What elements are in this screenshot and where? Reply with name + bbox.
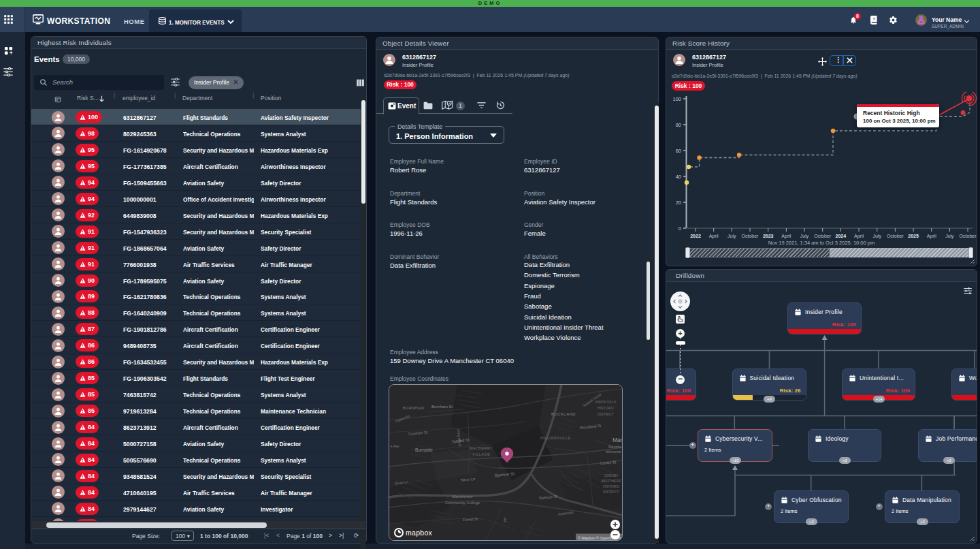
svg-text:60: 60 xyxy=(676,148,681,154)
svg-text:HILLIARDVILLE: HILLIARDVILLE xyxy=(540,436,571,440)
svg-text:October: October xyxy=(742,234,760,238)
svg-text:Forest St: Forest St xyxy=(463,517,478,522)
svg-text:CHENEY: CHENEY xyxy=(604,473,619,477)
svg-text:0: 0 xyxy=(679,225,681,232)
svg-text:July: July xyxy=(800,234,809,239)
svg-text:BROTHERS: BROTHERS xyxy=(602,479,621,483)
svg-text:Rd: Rd xyxy=(503,518,508,522)
svg-text:80: 80 xyxy=(676,122,681,128)
svg-text:July: July xyxy=(945,234,954,239)
svg-text:MAYBERRY: MAYBERRY xyxy=(470,446,493,450)
svg-text:20: 20 xyxy=(676,200,681,206)
svg-text:40: 40 xyxy=(676,174,681,180)
svg-text:April: April xyxy=(854,234,864,239)
svg-text:2025: 2025 xyxy=(908,234,919,238)
svg-text:HISTORIC: HISTORIC xyxy=(603,484,620,488)
svg-text:BUCKLAND: BUCKLAND xyxy=(551,412,576,416)
svg-text:April: April xyxy=(781,234,791,239)
svg-text:Community College: Community College xyxy=(445,501,480,505)
svg-text:July: July xyxy=(872,234,881,239)
svg-text:Memorial H: Memorial H xyxy=(606,450,623,454)
svg-text:Burnside: Burnside xyxy=(415,448,433,452)
svg-text:k Ave: k Ave xyxy=(391,444,399,448)
svg-text:VILLAGE: VILLAGE xyxy=(472,452,490,456)
svg-text:2023: 2023 xyxy=(763,234,774,238)
svg-text:April: April xyxy=(927,234,936,239)
svg-text:mapbox: mapbox xyxy=(406,529,433,537)
svg-text:October: October xyxy=(960,234,977,238)
svg-text:100: 100 xyxy=(672,96,681,102)
svg-text:April: April xyxy=(709,234,719,239)
svg-text:October: October xyxy=(814,234,832,238)
svg-text:BURNHAM: BURNHAM xyxy=(403,406,424,410)
svg-text:July: July xyxy=(728,234,736,239)
svg-text:Burnham St: Burnham St xyxy=(431,405,453,409)
svg-text:UNION VILLA: UNION VILLA xyxy=(595,400,617,404)
svg-text:October: October xyxy=(887,234,904,238)
svg-text:DISTRICT: DISTRICT xyxy=(603,490,619,494)
svg-text:HISTORIC: HISTORIC xyxy=(598,406,615,410)
svg-text:2024: 2024 xyxy=(836,234,847,238)
svg-text:2022: 2022 xyxy=(690,234,701,238)
svg-text:Manchester: Manchester xyxy=(452,495,473,499)
svg-text:?: ? xyxy=(872,17,875,21)
svg-text:Manc: Manc xyxy=(612,437,623,443)
svg-text:DISTRICT: DISTRICT xyxy=(598,412,614,416)
svg-text:Manche: Manche xyxy=(608,445,622,449)
